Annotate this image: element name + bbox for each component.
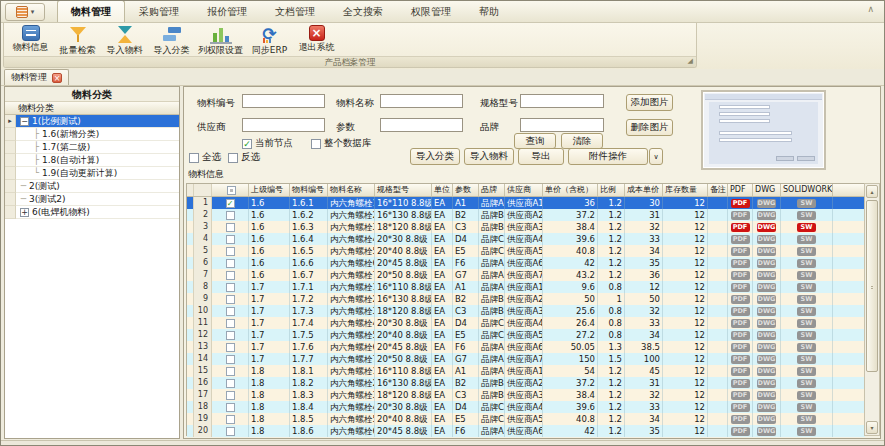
row-checkbox[interactable] <box>226 271 235 280</box>
cell-sw[interactable]: SW <box>781 233 833 245</box>
row-checkbox[interactable] <box>226 355 235 364</box>
pdf-badge[interactable]: PDF <box>731 235 750 244</box>
grid-column-header-1[interactable]: 上级编号 <box>249 184 290 196</box>
cell-pdf[interactable]: PDF <box>728 257 753 269</box>
ribbon-tab-7[interactable]: 帮助 <box>465 0 513 22</box>
dwg-badge[interactable]: DWG <box>757 415 777 424</box>
pdf-badge[interactable]: PDF <box>731 283 750 292</box>
cell-pdf[interactable]: PDF <box>728 245 753 257</box>
ribbon-tab-2[interactable]: 采购管理 <box>125 0 193 22</box>
table-row[interactable]: 161.81.8.2内六角螺栓216*130 8.8级EAB2品牌B供应商A23… <box>187 377 865 389</box>
brand-input[interactable] <box>520 118 604 132</box>
pdf-badge[interactable]: PDF <box>731 211 750 220</box>
ribbon-button-exit-system[interactable]: ×退出系统 <box>293 23 340 52</box>
sw-badge[interactable]: SW <box>797 415 816 424</box>
tree-node-1[interactable]: ▸−1(比例测试) <box>5 115 179 128</box>
dwg-badge[interactable]: DWG <box>757 379 777 388</box>
pdf-badge[interactable]: PDF <box>731 271 750 280</box>
row-checkbox[interactable] <box>226 319 235 328</box>
row-checkbox[interactable] <box>226 415 235 424</box>
cell-sw[interactable]: SW <box>781 401 833 413</box>
cell-dwg[interactable]: DWG <box>753 209 781 221</box>
cell-pdf[interactable]: PDF <box>728 329 753 341</box>
app-menu-button[interactable]: ▾ <box>5 3 45 21</box>
tree-node-5[interactable]: └1.9(自动更新计算) <box>5 167 179 180</box>
row-checkbox[interactable] <box>226 307 235 316</box>
sw-badge[interactable]: SW <box>797 427 816 436</box>
row-checkbox[interactable] <box>226 223 235 232</box>
row-checkbox-cell[interactable] <box>212 401 249 413</box>
cell-pdf[interactable]: PDF <box>728 293 753 305</box>
ribbon-tab-4[interactable]: 文档管理 <box>261 0 329 22</box>
tree-node-7[interactable]: ─3(测试2) <box>5 193 179 206</box>
table-row[interactable]: 141.71.7.7内六角螺栓720*50 8.8级EAG7品牌A供应商A715… <box>187 353 865 365</box>
sw-badge[interactable]: SW <box>797 247 816 256</box>
grid-column-header-3[interactable]: 物料名称 <box>328 184 375 196</box>
tree-node-4[interactable]: ├1.8(自动计算) <box>5 154 179 167</box>
sw-badge[interactable]: SW <box>797 403 816 412</box>
dwg-badge[interactable]: DWG <box>757 235 777 244</box>
collapse-minus-icon[interactable]: − <box>20 117 29 126</box>
pdf-badge[interactable]: PDF <box>731 307 750 316</box>
grid-column-header-4[interactable]: 规格型号 <box>375 184 432 196</box>
cell-dwg[interactable]: DWG <box>753 365 781 377</box>
material-code-input[interactable] <box>242 94 325 108</box>
row-checkbox-cell[interactable] <box>212 425 249 437</box>
cell-dwg[interactable]: DWG <box>753 389 781 401</box>
dwg-badge[interactable]: DWG <box>757 295 777 304</box>
pdf-badge[interactable]: PDF <box>731 343 750 352</box>
cell-sw[interactable]: SW <box>781 269 833 281</box>
sw-badge[interactable]: SW <box>797 223 816 232</box>
ribbon-button-import-material-hourglass[interactable]: 导入物料 <box>101 23 148 55</box>
scroll-down-icon[interactable]: ▾ <box>866 421 878 434</box>
tree-node-6[interactable]: ─2(测试) <box>5 180 179 193</box>
attachment-ops-button[interactable]: 附件操作 <box>568 148 648 165</box>
cell-sw[interactable]: SW <box>781 389 833 401</box>
row-checkbox-cell[interactable] <box>212 245 249 257</box>
cell-dwg[interactable]: DWG <box>753 197 781 209</box>
cell-sw[interactable]: SW <box>781 293 833 305</box>
dwg-badge[interactable]: DWG <box>757 211 777 220</box>
ribbon-button-import-category-layers[interactable]: 导入分类 <box>148 23 195 55</box>
table-row[interactable]: 51.61.6.5内六角螺栓520*40 8.8级EAE5品牌C供应商A540.… <box>187 245 865 257</box>
ribbon-button-column-permission-chart[interactable]: 列权限设置 <box>195 23 246 55</box>
cell-sw[interactable]: SW <box>781 257 833 269</box>
grid-column-header-12[interactable]: 库存数量 <box>663 184 708 196</box>
row-checkbox-cell[interactable] <box>212 377 249 389</box>
ribbon-tab-6[interactable]: 权限管理 <box>397 0 465 22</box>
table-row[interactable]: 171.81.8.3内六角螺栓318*120 8.8级EAC3品牌B供应商A33… <box>187 389 865 401</box>
table-row[interactable]: 121.71.7.5内六角螺栓520*40 8.8级EAE5品牌C供应商A527… <box>187 329 865 341</box>
import-category-button[interactable]: 导入分类 <box>410 148 460 165</box>
attachment-ops-dropdown-icon[interactable]: ∨ <box>649 148 663 165</box>
sw-badge[interactable]: SW <box>797 343 816 352</box>
clear-button[interactable]: 清除 <box>561 133 603 149</box>
ribbon-tab-1[interactable]: 物料管理 <box>57 0 125 22</box>
cell-dwg[interactable]: DWG <box>753 305 781 317</box>
sw-badge[interactable]: SW <box>797 211 816 220</box>
grid-column-header-6[interactable]: 参数 <box>453 184 479 196</box>
table-row[interactable]: 1✓1.61.6.1内六角螺栓116*110 8.8级EAA1品牌A供应商A13… <box>187 197 865 209</box>
row-checkbox-cell[interactable] <box>212 257 249 269</box>
cell-pdf[interactable]: PDF <box>728 365 753 377</box>
row-checkbox[interactable] <box>226 427 235 436</box>
row-checkbox[interactable] <box>226 259 235 268</box>
dwg-badge[interactable]: DWG <box>757 427 777 436</box>
row-checkbox-cell[interactable] <box>212 209 249 221</box>
cell-sw[interactable]: SW <box>781 377 833 389</box>
cell-dwg[interactable]: DWG <box>753 293 781 305</box>
cell-dwg[interactable]: DWG <box>753 341 781 353</box>
row-checkbox[interactable] <box>226 235 235 244</box>
spec-model-input[interactable] <box>520 94 604 108</box>
table-row[interactable]: 41.61.6.4内六角螺栓420*30 8.8级EAD4品牌C供应商A439.… <box>187 233 865 245</box>
row-checkbox-cell[interactable] <box>212 413 249 425</box>
cell-dwg[interactable]: DWG <box>753 377 781 389</box>
grid-vertical-scrollbar[interactable]: ▴ ▾ <box>864 183 880 436</box>
row-checkbox-cell[interactable] <box>212 281 249 293</box>
tree-node-2[interactable]: ├1.6(新增分类) <box>5 128 179 141</box>
dwg-badge[interactable]: DWG <box>757 355 777 364</box>
sw-badge[interactable]: SW <box>797 199 816 208</box>
sw-badge[interactable]: SW <box>797 355 816 364</box>
export-button[interactable]: 导出 <box>518 148 564 165</box>
cell-pdf[interactable]: PDF <box>728 233 753 245</box>
row-checkbox-cell[interactable] <box>212 221 249 233</box>
